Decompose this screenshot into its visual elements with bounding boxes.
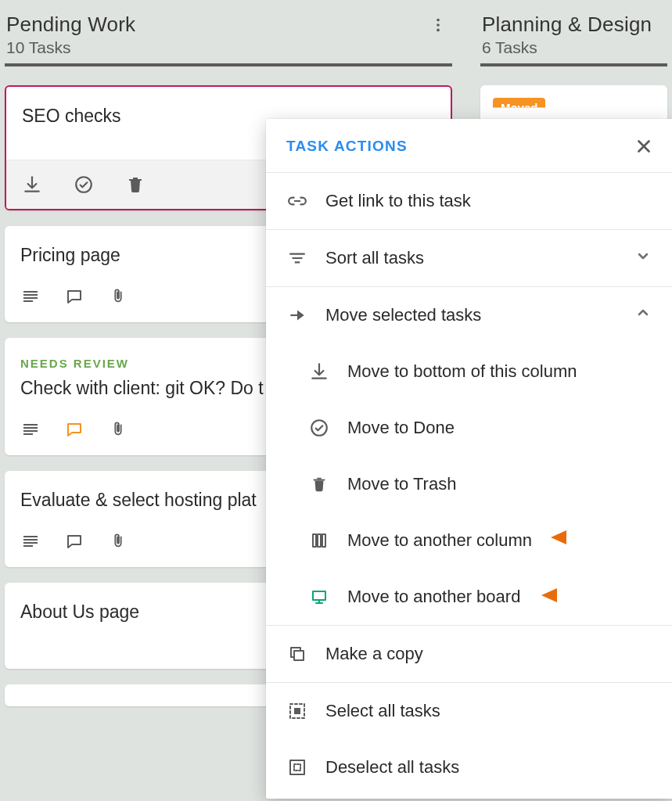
download-icon[interactable] xyxy=(22,174,42,195)
menu-item-label: Deselect all tasks xyxy=(325,757,459,778)
svg-rect-13 xyxy=(294,764,300,770)
menu-item-sort-all[interactable]: Sort all tasks xyxy=(266,229,672,286)
column-subtitle-pending: 10 Tasks xyxy=(6,38,135,57)
svg-point-2 xyxy=(437,29,440,32)
link-icon xyxy=(286,190,308,212)
svg-point-4 xyxy=(311,420,327,436)
select-all-icon xyxy=(286,700,308,722)
svg-rect-12 xyxy=(290,760,304,774)
column-title-pending: Pending Work xyxy=(6,13,135,37)
comment-icon xyxy=(64,286,84,307)
chevron-up-icon xyxy=(634,304,652,327)
check-circle-icon[interactable] xyxy=(74,174,94,195)
menu-item-label: Sort all tasks xyxy=(325,248,424,268)
menu-item-label: Move selected tasks xyxy=(325,305,481,325)
menu-item-get-link[interactable]: Get link to this task xyxy=(266,173,672,229)
svg-rect-9 xyxy=(294,651,304,660)
menu-item-make-copy[interactable]: Make a copy xyxy=(266,625,672,682)
comment-icon xyxy=(64,419,84,440)
column-header-planning: Planning & Design 6 Tasks xyxy=(480,0,667,66)
description-icon xyxy=(20,419,41,440)
comment-icon xyxy=(64,531,84,551)
trash-icon[interactable] xyxy=(125,174,146,195)
board-icon xyxy=(308,586,330,608)
svg-rect-6 xyxy=(318,534,321,547)
arrow-right-icon xyxy=(286,304,308,326)
column-title-planning: Planning & Design xyxy=(482,13,652,37)
check-circle-icon xyxy=(308,417,330,439)
svg-point-3 xyxy=(76,177,92,192)
deselect-all-icon xyxy=(286,756,308,778)
task-actions-menu: TASK ACTIONS Get link to this task Sort … xyxy=(266,119,672,799)
attachment-icon xyxy=(108,531,128,551)
description-icon xyxy=(20,531,41,551)
menu-item-label: Move to bottom of this column xyxy=(347,361,577,382)
column-header-pending: Pending Work 10 Tasks xyxy=(5,0,452,66)
menu-item-label: Make a copy xyxy=(325,644,423,664)
svg-rect-11 xyxy=(294,708,300,714)
attachment-icon xyxy=(108,286,128,307)
menu-item-move-selected[interactable]: Move selected tasks xyxy=(266,286,672,343)
close-icon[interactable] xyxy=(632,135,656,158)
column-subtitle-planning: 6 Tasks xyxy=(482,38,652,57)
menu-item-move-bottom[interactable]: Move to bottom of this column xyxy=(266,343,672,400)
attachment-icon xyxy=(108,419,128,440)
menu-item-move-board[interactable]: Move to another board xyxy=(266,569,672,625)
menu-item-deselect-all[interactable]: Deselect all tasks xyxy=(266,739,672,796)
moved-badge: Moved xyxy=(493,98,546,117)
trash-icon xyxy=(308,473,330,495)
menu-item-move-column[interactable]: Move to another column xyxy=(266,512,672,569)
svg-rect-7 xyxy=(322,534,325,547)
svg-point-1 xyxy=(437,23,440,27)
svg-rect-5 xyxy=(313,534,316,547)
menu-item-move-done[interactable]: Move to Done xyxy=(266,400,672,456)
menu-item-select-all[interactable]: Select all tasks xyxy=(266,682,672,739)
menu-item-label: Move to Done xyxy=(347,418,455,438)
copy-icon xyxy=(286,643,308,665)
column-menu-button[interactable] xyxy=(426,13,451,38)
svg-point-0 xyxy=(437,19,440,22)
download-icon xyxy=(308,361,330,383)
menu-title: TASK ACTIONS xyxy=(286,138,408,155)
chevron-down-icon xyxy=(634,246,652,270)
description-icon xyxy=(20,286,41,307)
menu-item-label: Move to Trash xyxy=(347,474,456,494)
svg-rect-8 xyxy=(313,591,325,600)
menu-item-label: Select all tasks xyxy=(325,701,440,721)
sort-icon xyxy=(286,247,308,269)
menu-item-label: Move to another board xyxy=(347,587,520,607)
menu-item-label: Move to another column xyxy=(347,530,532,551)
menu-item-label: Get link to this task xyxy=(325,191,471,211)
columns-icon xyxy=(308,530,330,551)
menu-item-move-trash[interactable]: Move to Trash xyxy=(266,456,672,512)
